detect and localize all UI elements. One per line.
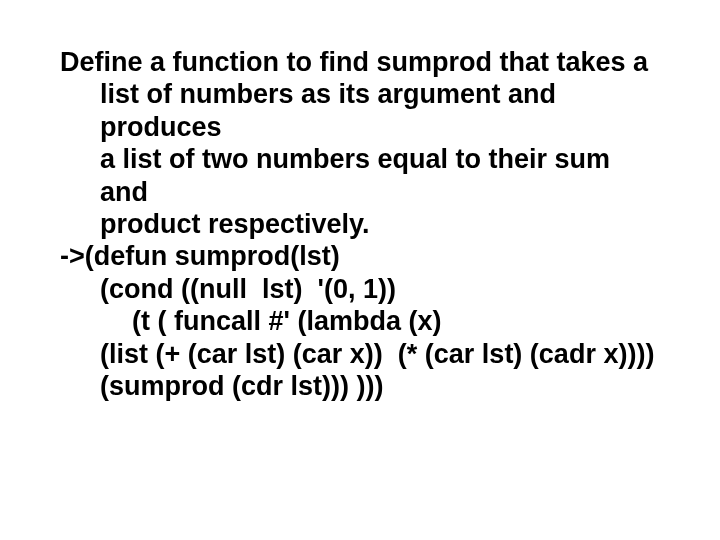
text-line: Define a function to find sumprod that t… — [60, 46, 660, 78]
code-line: (t ( funcall #' (lambda (x) — [60, 305, 660, 337]
slide-body: Define a function to find sumprod that t… — [60, 46, 660, 402]
code-line: (cond ((null lst) '(0, 1)) — [60, 273, 660, 305]
text-line: product respectively. — [60, 208, 660, 240]
text-line: a list of two numbers equal to their sum… — [60, 143, 660, 208]
code-line: ->(defun sumprod(lst) — [60, 240, 660, 272]
code-line: (sumprod (cdr lst))) ))) — [60, 370, 660, 402]
code-line: (list (+ (car lst) (car x)) (* (car lst)… — [60, 338, 660, 370]
slide: Define a function to find sumprod that t… — [0, 0, 720, 540]
text-line: list of numbers as its argument and prod… — [60, 78, 660, 143]
